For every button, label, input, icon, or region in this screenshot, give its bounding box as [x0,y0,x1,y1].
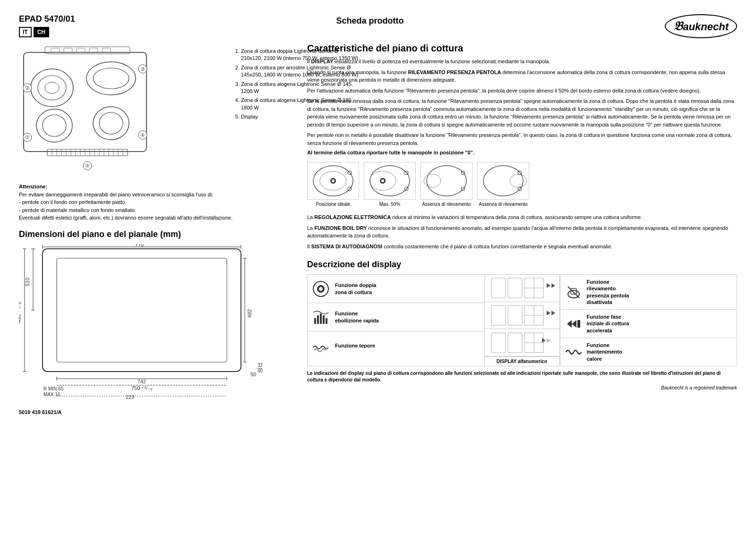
svg-text:750 ⁺²/₋₀: 750 ⁺²/₋₀ [131,385,153,391]
footer-note: Le indicazioni del display sul piano di … [307,370,737,383]
svg-marker-112 [551,283,555,288]
svg-rect-138 [577,320,580,328]
svg-text:490 ⁺⁰/₋₂: 490 ⁺⁰/₋₂ [19,302,22,322]
pot-positions: Posizione ideale Max. 50% [307,162,737,207]
para-rimossa: Se la pentola viene rimossa dalla zona d… [307,97,737,128]
brand-footer: Bauknecht is a registered trademark [307,385,737,390]
svg-point-84 [381,179,384,182]
feature-item-2: Zona di cottura per arrostire Lightronic… [241,64,359,79]
svg-rect-18 [47,149,128,156]
svg-point-10 [36,109,72,142]
para-attivazione: Per l'attivazione automatica della funzi… [307,87,737,95]
display-row-3: Funzione tepore [308,331,484,360]
display-right-row-1: Funzionerilevamentopresenza pentoladisat… [560,275,737,310]
svg-rect-43 [43,249,241,372]
svg-point-3 [45,82,59,93]
svg-point-6 [86,62,136,95]
display-label-1: Funzione doppiazona di cottura [335,282,376,296]
feature-item-4: Zona di cottura alogena Lightronic Sense… [241,97,359,111]
svg-marker-122 [551,311,555,315]
wave-small-icon [311,336,330,355]
svg-point-14 [93,107,129,140]
warning-line-3: - pentole di materiale metallico con fon… [19,206,293,214]
display-row-1: Funzione doppiazona di cottura [308,275,484,303]
pot-label-3: Assenza di rilevamento [422,202,471,207]
para-boildry: La FUNZIONE BOIL DRY riconosce le situaz… [307,224,737,240]
pot-label-4: Assenza di rilevamento [479,202,527,207]
svg-text:②: ② [25,85,30,91]
header-right: 𝔅auknecht [665,14,737,38]
svg-rect-102 [326,318,327,324]
footer-code: 5019 419 61621/A [19,409,293,415]
svg-text:⑤: ⑤ [85,163,90,169]
svg-marker-121 [547,311,550,315]
display-middle: DISPLAY alfanumerico [484,275,560,366]
svg-rect-114 [508,305,522,325]
svg-text:742: 742 [137,379,146,384]
display-right: Funzionerilevamentopresenza pentoladisat… [560,275,737,366]
svg-text:770: 770 [135,244,144,247]
badge-ch[interactable]: CH [34,27,49,37]
pot-image-2 [364,162,416,200]
pot-label-2: Max. 50% [379,202,400,207]
svg-point-97 [319,287,323,291]
circle-dot-icon [311,279,330,298]
document-type-label: Scheda prodotto [336,16,404,25]
page: EPAD 5470/01 IT CH Scheda prodotto 𝔅aukn… [0,0,756,533]
para-display: Il DISPLAY visualizza il livello di pote… [307,58,737,66]
svg-rect-44 [57,258,227,362]
brand-registered: Bauknecht is a registered trademark [661,385,737,390]
svg-rect-38 [51,48,60,52]
para-autodiagnosi: Il SISTEMA DI AUTODIAGNOSI controlla cos… [307,243,737,251]
svg-rect-123 [491,333,506,353]
svg-marker-132 [547,338,550,343]
svg-text:50: 50 [250,372,256,377]
right-main-title: Caratteristiche del piano di cottura [307,43,737,54]
bold-end-para: Al termine della cottura riportare tutte… [307,150,737,155]
svg-rect-99 [317,315,319,324]
svg-text:①: ① [25,135,30,140]
display-right-label-2: Funzione faseiniziale di cotturaaccelera… [587,313,629,334]
badge-it[interactable]: IT [19,27,32,37]
svg-text:482: 482 [247,309,252,317]
display-mid-row-3 [485,329,559,356]
brand-logo: 𝔅auknecht [665,14,737,38]
pot-item-4: Assenza di rilevamento [477,162,529,207]
main-content: ② ③ ① [19,43,737,524]
svg-point-87 [427,166,466,196]
svg-text:③: ③ [140,66,145,72]
display-mid-row-1 [485,275,559,302]
svg-rect-39 [64,48,72,52]
bars-wave-icon [311,308,330,327]
pot-item-2: Max. 50% [364,162,416,207]
brand-name: auknecht [683,21,729,33]
display-right-label-1: Funzionerilevamentopresenza pentoladisat… [587,279,629,305]
svg-text:510: 510 [25,277,30,286]
svg-text:32: 32 [258,363,263,368]
svg-rect-0 [24,52,146,152]
svg-point-91 [483,166,523,196]
feature-item-1: Zona di cottura doppia Lightronic Sense … [241,48,359,62]
pot-image-1 [307,162,359,200]
pot-label-1: Posizione ideale [316,202,351,207]
header-left: EPAD 5470/01 IT CH [19,14,75,37]
display-row-2: Funzioneebollizione rapida [308,303,484,331]
pot-item-3: Assenza di rilevamento [421,162,472,207]
svg-text:R MIN 65: R MIN 65 [43,386,64,391]
svg-rect-41 [89,48,98,52]
pot-crossed-icon [564,283,583,302]
display-grid: Funzione doppiazona di cottura [307,274,737,366]
display-left: Funzione doppiazona di cottura [308,275,484,366]
brand-b: 𝔅 [673,19,683,33]
display-right-row-2: Funzione faseiniziale di cotturaaccelera… [560,310,737,338]
dimensions-diagram: R MIN 65 MAX 16 770 510 7 [19,244,293,405]
display-label-2: Funzioneebollizione rapida [335,310,379,324]
features-list: Zona di cottura doppia Lightronic Sense … [232,48,359,123]
svg-point-11 [43,115,66,136]
svg-point-81 [370,166,410,196]
display-right-label-3: Funzionemantenimentocalore [587,342,622,362]
header: EPAD 5470/01 IT CH Scheda prodotto 𝔅aukn… [19,14,737,38]
feature-item-3: Zona di cottura alogena Lightronic Sense… [241,81,359,95]
pot-item-1: Posizione ideale [307,162,359,207]
svg-rect-40 [77,48,85,52]
